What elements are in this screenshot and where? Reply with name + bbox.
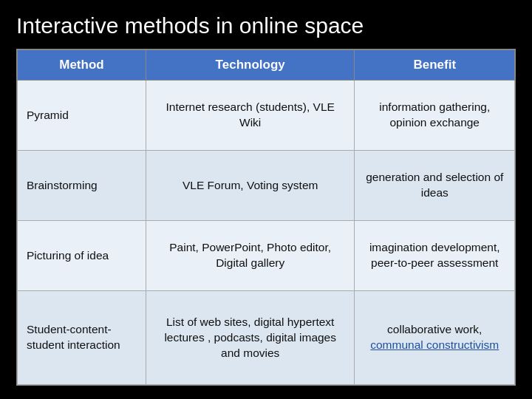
slide-title: Interactive methods in online space bbox=[16, 13, 516, 38]
header-benefit: Benefit bbox=[355, 50, 515, 81]
methods-table: Method Technology Benefit PyramidInterne… bbox=[17, 50, 515, 385]
cell-technology: VLE Forum, Voting system bbox=[146, 151, 355, 221]
cell-technology: List of web sites, digital hypertext lec… bbox=[146, 291, 355, 385]
cell-method: Student-content-student interaction bbox=[18, 291, 146, 385]
cell-method: Picturing of idea bbox=[18, 221, 146, 291]
cell-technology: Internet research (students), VLE Wiki bbox=[146, 81, 355, 151]
table-row: Student-content-student interactionList … bbox=[18, 291, 515, 385]
table-row: PyramidInternet research (students), VLE… bbox=[18, 81, 515, 151]
cell-method: Pyramid bbox=[18, 81, 146, 151]
cell-technology: Paint, PowerPoint, Photo editor, Digital… bbox=[146, 221, 355, 291]
cell-benefit: imagination development, peer-to-peer as… bbox=[355, 221, 515, 291]
header-technology: Technology bbox=[146, 50, 355, 81]
cell-benefit: collaborative work, communal constructiv… bbox=[355, 291, 515, 385]
cell-benefit: information gathering, opinion exchange bbox=[355, 81, 515, 151]
cell-method: Brainstorming bbox=[18, 151, 146, 221]
slide: Interactive methods in online space Meth… bbox=[0, 0, 532, 399]
cell-benefit: generation and selection of ideas bbox=[355, 151, 515, 221]
table-row: BrainstormingVLE Forum, Voting systemgen… bbox=[18, 151, 515, 221]
table-header-row: Method Technology Benefit bbox=[18, 50, 515, 81]
table-wrapper: Method Technology Benefit PyramidInterne… bbox=[16, 49, 516, 386]
table-row: Picturing of ideaPaint, PowerPoint, Phot… bbox=[18, 221, 515, 291]
communal-constructivism-link[interactable]: communal constructivism bbox=[370, 338, 499, 351]
header-method: Method bbox=[18, 50, 146, 81]
